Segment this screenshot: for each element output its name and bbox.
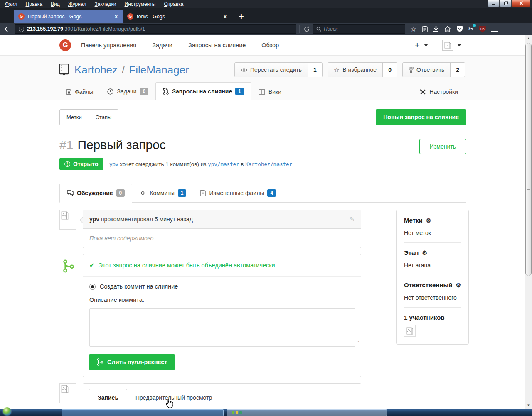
browser-tab-active[interactable]: G Первый запрос - Gogs x (14, 10, 123, 23)
repo-name-link[interactable]: FileManager (129, 64, 189, 76)
comment-time[interactable]: 5 минут назад (155, 216, 193, 223)
head-branch-link[interactable]: ypv/master (208, 161, 239, 167)
close-button[interactable] (512, 0, 530, 7)
labels-button[interactable]: Метки (60, 110, 89, 125)
browser-tab-inactive[interactable]: G forks - Gogs x (123, 10, 232, 23)
nav-pulls[interactable]: Запросы на слияние (188, 42, 246, 49)
scrollbar-thumb[interactable] (525, 43, 532, 276)
tab-issues[interactable]: Задачи 0 (100, 83, 155, 100)
comment-author-link[interactable]: ypv (89, 216, 99, 223)
site-info-icon[interactable]: i (19, 27, 24, 32)
labels-gear-icon[interactable]: ⚙ (426, 217, 431, 224)
pocket-icon[interactable] (456, 26, 463, 32)
nav-issues[interactable]: Задачи (152, 42, 172, 49)
start-button[interactable] (3, 407, 11, 416)
sidebar-assignee-title: Ответственный ⚙ (404, 281, 461, 289)
milestones-button[interactable]: Этапы (89, 110, 118, 125)
back-button[interactable] (3, 24, 12, 34)
search-bar[interactable]: Поиск (313, 24, 405, 34)
tab-settings[interactable]: Настройки (413, 83, 465, 100)
tab-close-icon[interactable]: x (113, 14, 119, 20)
edit-comment-icon[interactable]: ✎ (349, 215, 355, 223)
tab-close-icon[interactable]: x (222, 14, 228, 20)
search-icon (316, 27, 321, 32)
nav-dashboard[interactable]: Панель управления (81, 42, 136, 49)
assignee-gear-icon[interactable]: ⚙ (456, 282, 461, 289)
star-button[interactable]: ☆ В избранное (328, 63, 382, 77)
commit-description-input[interactable] (89, 308, 355, 347)
participant-avatar[interactable] (404, 325, 416, 337)
radio-selected-icon[interactable] (89, 284, 96, 290)
tab-pulls-active[interactable]: Запросы на слияние 1 (155, 82, 251, 100)
tab-wiki[interactable]: Вики (251, 83, 288, 100)
page-scrollbar[interactable]: ▲ ▼ (525, 35, 532, 409)
bookmarks-menu-icon[interactable] (422, 26, 428, 32)
bookmark-star-icon[interactable]: ☆ (410, 25, 416, 34)
fork-count[interactable]: 2 (450, 63, 465, 77)
reload-button[interactable] (299, 25, 310, 33)
comment-card: ypv прокомментировал 5 минут назад ✎ Пок… (83, 210, 361, 248)
minimize-button[interactable] (488, 0, 500, 7)
user-avatar[interactable] (442, 40, 453, 51)
tab-preview[interactable]: Предварительный просмотр (127, 389, 220, 406)
tab-discussion-active[interactable]: Обсуждение 0 (59, 184, 132, 203)
watch-count[interactable]: 1 (308, 63, 322, 77)
fork-icon (409, 67, 414, 73)
base-branch-link[interactable]: Kartohez/master (245, 161, 292, 167)
tab-files[interactable]: Файлы (59, 83, 100, 100)
merge-style-option[interactable]: Создать коммит на слияние (89, 283, 355, 290)
taskbar-app-button[interactable] (227, 409, 387, 416)
scroll-up-icon[interactable]: ▲ (525, 35, 532, 42)
check-icon: ✔ (89, 262, 95, 269)
gogs-logo-icon[interactable]: G (59, 39, 71, 51)
repo-tabs: Файлы Задачи 0 Запросы на слияние 1 Вики… (0, 82, 525, 100)
menu-hamburger-icon[interactable] (491, 27, 498, 32)
star-count[interactable]: 0 (382, 63, 397, 77)
star-icon: ☆ (334, 68, 340, 72)
tab-changed-files[interactable]: Измененные файлы 4 (193, 184, 283, 202)
new-pull-request-button[interactable]: Новый запрос на слияние (376, 109, 466, 125)
unwatch-button[interactable]: Перестать следить (235, 63, 308, 77)
url-bar[interactable]: i 213.155.192.79:3001/Kartohez/FileManag… (15, 24, 296, 34)
browser-menubar: Файл Правка Вид Журнал Закладки Инструме… (0, 1, 183, 7)
ublock-icon[interactable]: UO (479, 26, 486, 33)
tab-commits[interactable]: Коммиты 1 (132, 184, 193, 202)
textarea-resize-handle[interactable]: ..:: (354, 340, 360, 344)
new-tab-button[interactable]: + (232, 10, 251, 23)
scroll-down-icon[interactable]: ▼ (525, 402, 532, 409)
tab-write[interactable]: Запись (89, 389, 127, 406)
browser-tabbar: G Первый запрос - Gogs x G forks - Gogs … (0, 8, 532, 23)
comment-avatar[interactable] (59, 210, 76, 230)
editor-avatar[interactable] (59, 383, 76, 403)
create-new-caret-icon[interactable] (424, 44, 428, 46)
fork-button[interactable]: Ответвить (403, 63, 450, 77)
taskbar-app-button[interactable] (62, 409, 224, 416)
files-count-badge: 4 (267, 189, 276, 197)
user-menu-caret-icon[interactable] (457, 44, 461, 46)
milestone-gear-icon[interactable]: ⚙ (422, 250, 427, 256)
menu-bookmarks[interactable]: Закладки (95, 1, 116, 7)
menu-tools[interactable]: Инструменты (125, 1, 156, 7)
file-icon (66, 89, 71, 95)
menu-file[interactable]: Файл (5, 1, 17, 7)
merge-status-message: ✔ Этот запрос на слияние может быть объе… (83, 254, 361, 277)
merge-pull-request-button[interactable]: Слить пулл-реквест (89, 354, 175, 370)
nav-explore[interactable]: Обзор (261, 42, 279, 49)
repo-owner-link[interactable]: Kartohez (74, 64, 118, 76)
gogs-top-nav: G Панель управления Задачи Запросы на сл… (0, 35, 525, 56)
menu-view[interactable]: Вид (51, 1, 60, 7)
sidebar-labels-title: Метки ⚙ (404, 217, 461, 224)
edit-title-button[interactable]: Изменить (419, 139, 466, 154)
extension-icon[interactable]: ✂ (468, 25, 474, 33)
git-merge-icon (63, 259, 74, 273)
menu-history[interactable]: Журнал (68, 1, 86, 7)
restore-button[interactable] (500, 0, 512, 7)
menu-help[interactable]: Справка (164, 1, 183, 7)
pr-author-link[interactable]: ypv (109, 161, 118, 167)
star-group: ☆ В избранное 0 (328, 62, 397, 77)
downloads-icon[interactable] (433, 26, 439, 32)
url-host: 213.155.192.79 (27, 26, 63, 32)
home-icon[interactable] (444, 26, 451, 32)
create-new-button[interactable]: + (415, 40, 420, 50)
menu-edit[interactable]: Правка (26, 1, 43, 7)
